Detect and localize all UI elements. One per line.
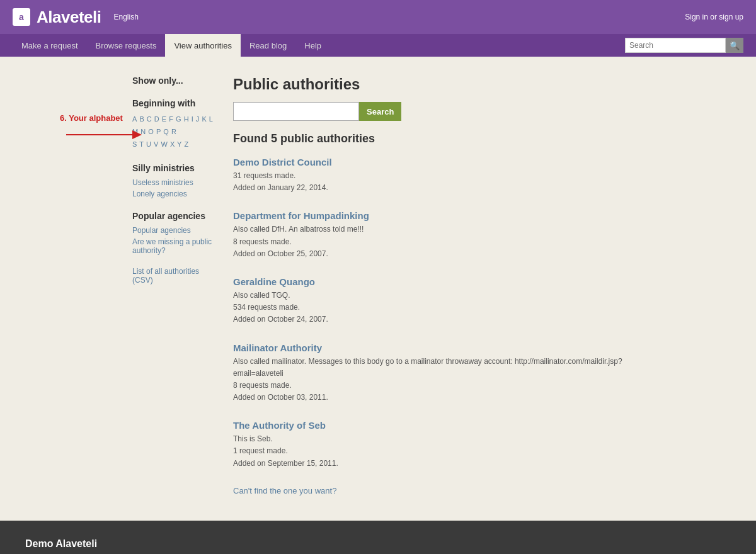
silly-ministries-title: Silly ministries: [132, 163, 214, 173]
logo-icon: a: [13, 8, 30, 26]
results-heading: Found 5 public authorities: [233, 132, 624, 145]
lonely-agencies-link[interactable]: Lonely agencies: [132, 189, 214, 198]
authority-search-button[interactable]: Search: [359, 102, 401, 121]
svg-marker-1: [132, 130, 142, 139]
authority-search-input[interactable]: [233, 102, 359, 121]
authority-item: Demo District Council 31 requests made. …: [233, 157, 624, 194]
footer: Demo Alaveteli Powered by Alaveteli Cont…: [0, 521, 756, 554]
authority-name-seb[interactable]: The Authority of Seb: [233, 420, 624, 431]
footer-brand: Demo Alaveteli: [25, 538, 731, 550]
authority-name-mailinator[interactable]: Mailinator Authority: [233, 342, 624, 353]
authority-item: The Authority of Seb This is Seb. 1 requ…: [233, 420, 624, 470]
nav-browse-requests[interactable]: Browse requests: [87, 34, 166, 57]
nav-search-input[interactable]: [625, 38, 726, 53]
alpha-i[interactable]: I: [192, 115, 193, 123]
show-only-title: Show only...: [132, 76, 214, 86]
cant-find-link[interactable]: Can't find the one you want?: [233, 486, 336, 495]
alpha-y[interactable]: Y: [177, 140, 181, 148]
authority-meta-geraldine: Also called TGQ. 534 requests made. Adde…: [233, 290, 624, 326]
alpha-j[interactable]: J: [196, 115, 200, 123]
alpha-h[interactable]: H: [184, 115, 189, 123]
beginning-with-title: Beginning with: [132, 98, 214, 108]
authority-item: Mailinator Authority Also called mailina…: [233, 342, 624, 404]
authority-meta-seb: This is Seb. 1 request made. Added on Se…: [233, 433, 624, 470]
annotation-text: 6. Your alphabet: [60, 113, 173, 123]
language-selector[interactable]: English: [113, 13, 138, 21]
nav-search-area: 🔍: [625, 38, 743, 53]
alpha-k[interactable]: K: [202, 115, 206, 123]
nav-search-button[interactable]: 🔍: [726, 38, 743, 53]
authority-name-geraldine[interactable]: Geraldine Quango: [233, 276, 624, 287]
annotation-arrow: [60, 125, 142, 144]
page-title: Public authorities: [233, 76, 624, 93]
top-bar: a Alaveteli English Sign in or sign up: [0, 0, 756, 34]
authority-search-row: Search: [233, 102, 624, 121]
missing-authority-link[interactable]: Are we missing a public authority?: [132, 237, 214, 255]
sidebar-popular-agencies: Popular agencies Popular agencies Are we…: [132, 211, 214, 285]
sidebar-silly-ministries: Silly ministries Useless ministries Lone…: [132, 163, 214, 198]
authority-meta-demo-district: 31 requests made. Added on January 22, 2…: [233, 170, 624, 194]
annotation: 6. Your alphabet: [60, 113, 173, 144]
authority-name-demo-district[interactable]: Demo District Council: [233, 157, 624, 167]
authority-meta-humpadinking: Also called DfH. An albatross told me!!!…: [233, 223, 624, 260]
authority-name-humpadinking[interactable]: Department for Humpadinking: [233, 210, 624, 221]
sidebar: 6. Your alphabet Show only... Beginning …: [132, 76, 214, 495]
page-wrapper: 6. Your alphabet Show only... Beginning …: [120, 57, 636, 514]
nav-read-blog[interactable]: Read blog: [241, 34, 295, 57]
alpha-g[interactable]: G: [176, 115, 181, 123]
logo-area: a Alaveteli English: [13, 8, 139, 27]
main-content: Public authorities Search Found 5 public…: [233, 76, 624, 495]
useless-ministries-link[interactable]: Useless ministries: [132, 178, 214, 187]
alpha-l[interactable]: L: [209, 115, 213, 123]
nav-make-request[interactable]: Make a request: [13, 34, 87, 57]
popular-agencies-link[interactable]: Popular agencies: [132, 226, 214, 235]
popular-agencies-title: Popular agencies: [132, 211, 214, 221]
nav-help[interactable]: Help: [295, 34, 330, 57]
nav-view-authorities[interactable]: View authorities: [165, 34, 241, 57]
authority-item: Geraldine Quango Also called TGQ. 534 re…: [233, 276, 624, 326]
list-all-csv-link[interactable]: List of all authorities (CSV): [132, 267, 214, 285]
logo-text: Alaveteli: [37, 8, 101, 27]
sign-in-link[interactable]: Sign in or sign up: [685, 13, 743, 21]
authority-item: Department for Humpadinking Also called …: [233, 210, 624, 260]
sidebar-show-only: Show only...: [132, 76, 214, 86]
alpha-z[interactable]: Z: [184, 140, 188, 148]
authority-meta-mailinator: Also called mailinator. Messages to this…: [233, 356, 624, 404]
nav-bar: Make a request Browse requests View auth…: [0, 34, 756, 57]
